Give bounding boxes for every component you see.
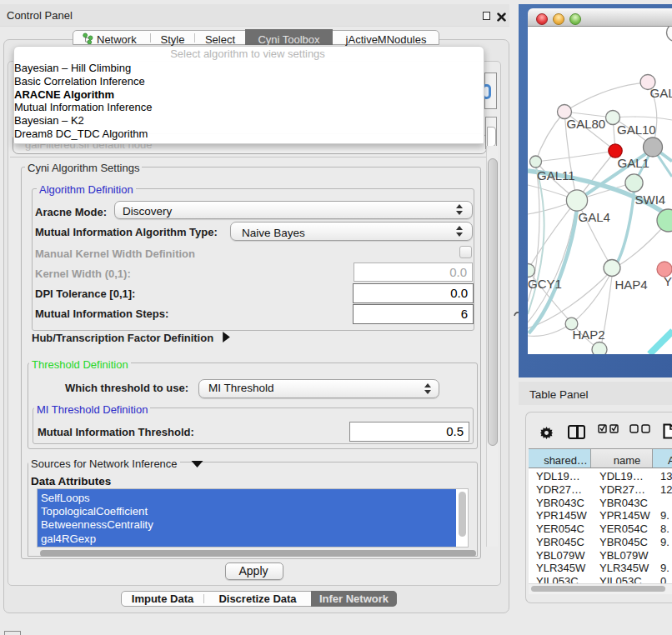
svg-text:GAL2: GAL2 (650, 85, 672, 99)
svg-text:GCY1: GCY1 (528, 276, 562, 290)
svg-text:YJ: YJ (664, 274, 672, 288)
svg-text:GAL1: GAL1 (618, 155, 649, 169)
svg-text:GAL4: GAL4 (579, 209, 610, 223)
svg-text:GAL80: GAL80 (567, 116, 606, 130)
svg-text:HAP4: HAP4 (615, 277, 648, 291)
svg-text:HAP2: HAP2 (573, 327, 605, 341)
svg-text:GAL11: GAL11 (537, 168, 575, 182)
svg-text:GAL10: GAL10 (617, 122, 656, 136)
svg-text:SWI4: SWI4 (635, 192, 666, 206)
